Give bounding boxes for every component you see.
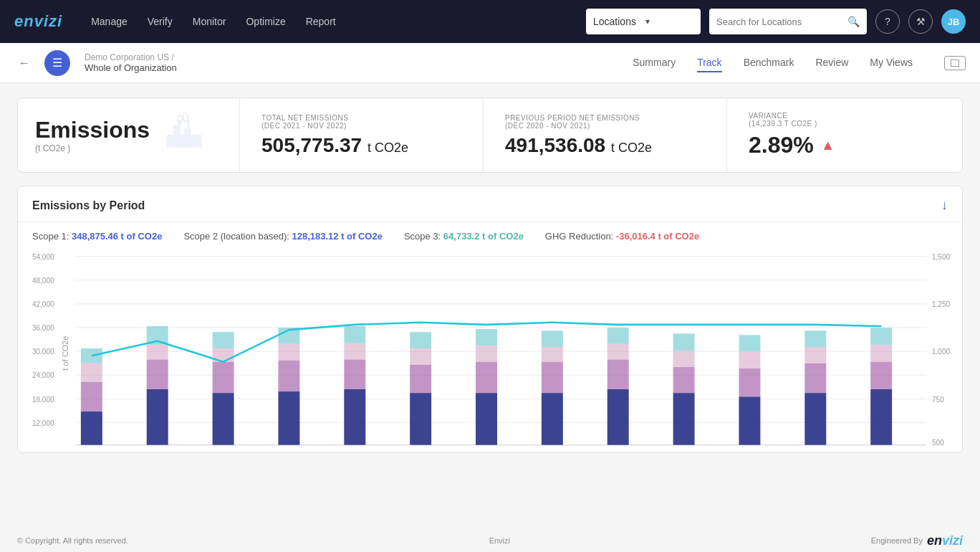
- svg-rect-6: [187, 120, 190, 128]
- breadcrumb-parent[interactable]: Demo Corporation US /: [85, 52, 174, 62]
- prev-net-label: PREVIOUS PERIOD NET EMISSIONS (DEC 2020 …: [505, 114, 705, 130]
- search-box[interactable]: 🔍: [709, 9, 867, 34]
- scope3-legend: Scope 3: 64,733.2 t of CO2e: [404, 231, 524, 242]
- svg-rect-49: [344, 343, 365, 360]
- user-avatar[interactable]: JB: [941, 9, 966, 34]
- tab-track[interactable]: Track: [697, 54, 721, 72]
- nav-report[interactable]: Report: [306, 13, 336, 30]
- svg-text:30,000: 30,000: [32, 348, 54, 356]
- svg-rect-0: [166, 135, 202, 148]
- svg-rect-62: [542, 330, 563, 347]
- nav-right: Locations ▾ 🔍 ? ⚒ JB: [586, 9, 966, 34]
- svg-rect-39: [213, 393, 234, 445]
- breadcrumb: Demo Corporation US / Whole of Organizat…: [85, 52, 623, 73]
- svg-text:500: 500: [932, 438, 944, 446]
- svg-text:42,000: 42,000: [32, 300, 54, 308]
- hamburger-icon: ☰: [52, 56, 62, 70]
- svg-rect-76: [804, 363, 826, 393]
- svg-rect-75: [804, 393, 826, 445]
- logo-text: envizi: [14, 12, 62, 30]
- footer-center: Envizi: [489, 536, 510, 545]
- emissions-label-section: Emissions (t CO2e ): [18, 98, 240, 172]
- view-toggle-button[interactable]: [944, 56, 966, 70]
- svg-rect-78: [804, 330, 826, 347]
- svg-rect-55: [476, 393, 497, 445]
- svg-rect-45: [278, 344, 299, 361]
- chevron-down-icon: ▾: [645, 16, 693, 27]
- emissions-heading: Emissions: [35, 117, 150, 143]
- logo[interactable]: envizi: [14, 12, 62, 31]
- svg-text:36,000: 36,000: [32, 324, 54, 332]
- tab-summary[interactable]: Summary: [633, 54, 676, 72]
- variance-label: VARIANCE (14,239.3 T CO2E ): [749, 112, 870, 128]
- svg-rect-59: [542, 393, 563, 445]
- svg-rect-64: [607, 360, 629, 389]
- svg-rect-43: [278, 391, 299, 445]
- hierarchy-icon: ⚒: [916, 16, 926, 27]
- svg-rect-79: [870, 389, 892, 445]
- svg-rect-53: [410, 348, 431, 365]
- svg-rect-81: [870, 345, 892, 362]
- download-button[interactable]: ↓: [941, 198, 948, 213]
- svg-rect-44: [278, 361, 299, 392]
- svg-text:12,000: 12,000: [32, 419, 54, 427]
- factory-icon: [163, 110, 206, 161]
- svg-rect-67: [673, 393, 695, 445]
- svg-rect-77: [804, 347, 826, 363]
- svg-rect-58: [476, 329, 497, 346]
- nav-verify[interactable]: Verify: [148, 13, 173, 30]
- tab-my-views[interactable]: My Views: [870, 54, 913, 72]
- svg-rect-34: [81, 348, 102, 363]
- svg-rect-50: [344, 326, 365, 343]
- question-icon: ?: [885, 16, 890, 27]
- breadcrumb-top: Demo Corporation US /: [85, 52, 623, 62]
- svg-rect-33: [81, 363, 102, 382]
- emissions-title: Emissions (t CO2e ): [35, 117, 150, 153]
- tab-benchmark[interactable]: Benchmark: [744, 54, 794, 72]
- svg-text:1,500: 1,500: [932, 253, 950, 261]
- copyright-text: © Copyright. All rights reserved.: [17, 536, 128, 545]
- menu-button[interactable]: ☰: [44, 50, 70, 76]
- svg-rect-52: [410, 365, 431, 393]
- scope1-legend: Scope 1: 348,875.46 t of CO2e: [32, 231, 162, 242]
- svg-rect-74: [739, 335, 760, 351]
- svg-rect-68: [673, 367, 695, 393]
- variance-value: 2.89% ▲: [749, 132, 870, 158]
- svg-rect-61: [542, 347, 563, 362]
- svg-rect-70: [673, 333, 695, 351]
- sub-navigation: ← ☰ Demo Corporation US / Whole of Organ…: [0, 43, 980, 83]
- nav-monitor[interactable]: Monitor: [193, 13, 226, 30]
- chart-header: Emissions by Period ↓: [18, 186, 962, 222]
- footer-logo-text: envizi: [927, 533, 963, 548]
- svg-rect-37: [147, 345, 168, 360]
- svg-text:48,000: 48,000: [32, 277, 54, 285]
- org-button[interactable]: ⚒: [908, 9, 933, 34]
- svg-text:t of CO2e: t of CO2e: [61, 336, 69, 371]
- total-net-emissions: TOTAL NET EMISSIONS (DEC 2021 - NOV 2022…: [240, 98, 484, 172]
- total-net-value: 505,775.37 t CO2e: [261, 134, 461, 157]
- nav-manage[interactable]: Manage: [91, 13, 128, 30]
- engineered-by-label: Engineered By: [871, 536, 923, 545]
- svg-rect-2: [184, 128, 191, 135]
- svg-rect-57: [476, 346, 497, 362]
- chart-section: Emissions by Period ↓ Scope 1: 348,875.4…: [17, 186, 963, 453]
- chart-legend: Scope 1: 348,875.46 t of CO2e Scope 2 (l…: [18, 222, 962, 244]
- nav-optimize[interactable]: Optimize: [246, 13, 285, 30]
- svg-rect-60: [542, 362, 563, 393]
- svg-rect-65: [607, 344, 629, 360]
- help-button[interactable]: ?: [875, 9, 900, 34]
- emissions-unit: (t CO2e ): [35, 143, 150, 153]
- prev-net-value: 491,536.08 t CO2e: [505, 134, 705, 157]
- ghg-legend: GHG Reduction: -36,016.4 t of CO2e: [545, 231, 699, 242]
- nav-items: Manage Verify Monitor Optimize Report: [91, 13, 565, 30]
- svg-rect-35: [147, 389, 168, 445]
- search-input[interactable]: [716, 16, 842, 27]
- svg-rect-66: [607, 328, 629, 344]
- back-button[interactable]: ←: [14, 53, 34, 73]
- top-navigation: envizi Manage Verify Monitor Optimize Re…: [0, 0, 980, 43]
- svg-rect-72: [739, 368, 760, 396]
- svg-rect-71: [739, 396, 760, 444]
- locations-dropdown[interactable]: Locations ▾: [586, 9, 701, 34]
- tab-review[interactable]: Review: [815, 54, 848, 72]
- breadcrumb-current: Whole of Organization: [85, 62, 623, 73]
